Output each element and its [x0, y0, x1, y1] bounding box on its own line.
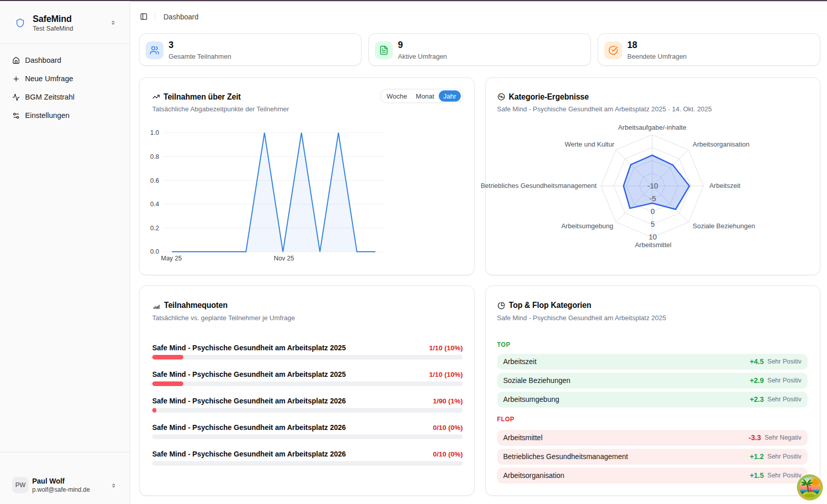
svg-text:-5: -5 — [649, 195, 656, 203]
svg-text:10: 10 — [649, 233, 657, 241]
svg-text:Arbeitszeit: Arbeitszeit — [710, 182, 741, 189]
svg-text:0.6: 0.6 — [150, 177, 159, 184]
svg-text:0: 0 — [651, 207, 655, 215]
svg-text:Soziale Beziehungen: Soziale Beziehungen — [693, 222, 755, 230]
svg-text:0.8: 0.8 — [150, 153, 159, 160]
svg-text:Werte und Kultur: Werte und Kultur — [564, 140, 615, 148]
svg-text:Arbeitsaufgabe/-inhalte: Arbeitsaufgabe/-inhalte — [618, 124, 687, 131]
svg-text:0.2: 0.2 — [150, 225, 159, 232]
svg-text:0.4: 0.4 — [150, 201, 159, 208]
svg-text:0.0: 0.0 — [150, 248, 159, 255]
svg-text:Arbeitsmittel: Arbeitsmittel — [635, 241, 672, 249]
svg-text:-10: -10 — [647, 182, 658, 190]
svg-text:Betriebliches Gesundheitsmanag: Betriebliches Gesundheitsmanagement — [481, 182, 597, 189]
svg-text:1.0: 1.0 — [150, 129, 159, 136]
svg-text:Arbeitsorganisation: Arbeitsorganisation — [693, 140, 749, 148]
svg-text:5: 5 — [651, 220, 655, 228]
svg-text:Arbeitsumgebung: Arbeitsumgebung — [561, 222, 613, 230]
